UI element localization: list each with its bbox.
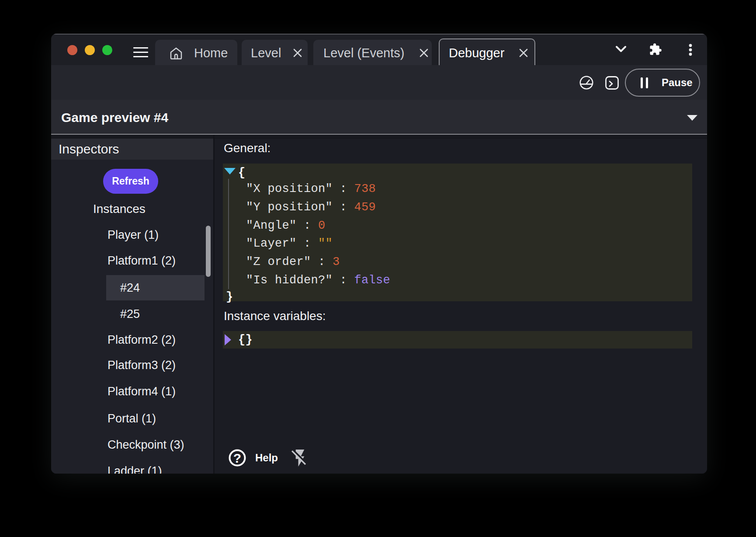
svg-text:?: ? — [233, 451, 241, 465]
